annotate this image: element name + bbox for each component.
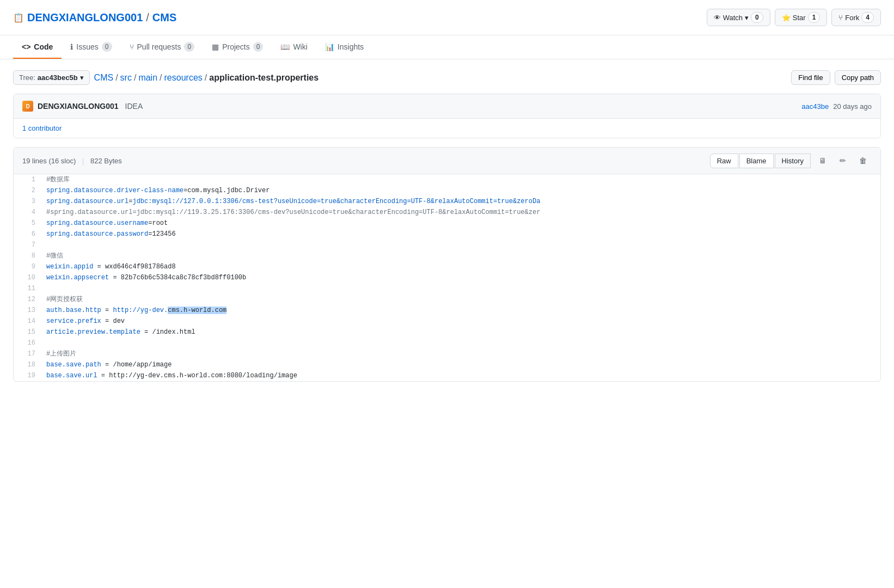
repo-link[interactable]: CMS: [152, 11, 176, 24]
line-code: [42, 338, 880, 348]
projects-badge: 0: [253, 42, 264, 52]
table-row: 14service.prefix = dev: [14, 316, 880, 327]
main-content: Tree: aac43bec5b ▾ CMS / src / main / re…: [0, 59, 894, 393]
repo-title: 📋 DENGXIANGLONG001 / CMS: [13, 11, 176, 24]
breadcrumb-resources[interactable]: resources: [164, 73, 203, 83]
line-code: #数据库: [42, 174, 880, 185]
watch-button[interactable]: 👁 Watch ▾ 0: [707, 9, 770, 26]
issues-icon: ℹ: [70, 42, 73, 51]
line-number: 1: [14, 174, 42, 185]
pr-badge: 0: [184, 42, 194, 52]
commit-message: IDEA: [125, 102, 143, 111]
tab-insights[interactable]: 📊 Insights: [316, 36, 372, 59]
author-name: DENGXIANGLONG001: [38, 102, 119, 111]
line-code: [42, 283, 880, 294]
line-code: spring.datasource.username=root: [42, 218, 880, 229]
line-code: article.preview.template = /index.html: [42, 327, 880, 338]
delete-icon[interactable]: 🗑: [854, 153, 872, 168]
tab-wiki[interactable]: 📖 Wiki: [272, 36, 316, 59]
watch-count: 0: [751, 12, 763, 23]
tab-wiki-label: Wiki: [293, 42, 307, 51]
star-count: 1: [808, 12, 820, 23]
commit-author: D DENGXIANGLONG001 IDEA: [22, 101, 143, 112]
tree-selector[interactable]: Tree: aac43bec5b ▾: [13, 70, 90, 85]
line-code: weixin.appsecret = 82b7c6b6c5384ca8c78cf…: [42, 272, 880, 283]
line-code: base.save.path = /home/app/image: [42, 359, 880, 370]
line-number: 12: [14, 294, 42, 305]
breadcrumb-left: Tree: aac43bec5b ▾ CMS / src / main / re…: [13, 70, 319, 85]
table-row: 2spring.datasource.driver-class-name=com…: [14, 185, 880, 196]
table-row: 16: [14, 338, 880, 348]
line-number: 4: [14, 207, 42, 218]
line-number: 8: [14, 250, 42, 261]
tab-issues-label: Issues: [76, 42, 98, 51]
code-header: 19 lines (16 sloc) | 822 Bytes Raw Blame…: [14, 148, 880, 174]
fork-icon: ⑂: [838, 14, 843, 22]
tab-projects[interactable]: ▦ Projects 0: [203, 35, 272, 59]
breadcrumb-sep-1: /: [115, 73, 118, 83]
tab-code-label: Code: [34, 42, 53, 51]
breadcrumb-cms[interactable]: CMS: [94, 73, 114, 83]
fork-count: 4: [861, 12, 874, 23]
tab-pull-requests[interactable]: ⑂ Pull requests 0: [121, 35, 204, 59]
table-row: 6spring.datasource.password=123456: [14, 229, 880, 240]
breadcrumb-filename: application-test.properties: [209, 73, 319, 83]
tree-dropdown-icon: ▾: [80, 74, 84, 82]
breadcrumb-src[interactable]: src: [120, 73, 132, 83]
star-button[interactable]: ⭐ Star 1: [775, 9, 828, 26]
breadcrumb-sep-4: /: [205, 73, 207, 83]
table-row: 18base.save.path = /home/app/image: [14, 359, 880, 370]
history-button[interactable]: History: [775, 154, 811, 168]
issues-badge: 0: [102, 42, 112, 52]
desktop-icon[interactable]: 🖥: [814, 153, 831, 168]
fork-label: Fork: [845, 14, 859, 22]
table-row: 4#spring.datasource.url=jdbc:mysql://119…: [14, 207, 880, 218]
edit-icon[interactable]: ✏: [835, 153, 851, 168]
breadcrumb-path: CMS / src / main / resources / applicati…: [94, 73, 319, 83]
table-row: 19base.save.url = http://yg-dev.cms.h-wo…: [14, 370, 880, 381]
star-icon: ⭐: [782, 14, 791, 22]
breadcrumb-actions: Find file Copy path: [791, 70, 881, 85]
line-code: service.prefix = dev: [42, 316, 880, 327]
line-number: 10: [14, 272, 42, 283]
line-number: 14: [14, 316, 42, 327]
line-number: 18: [14, 359, 42, 370]
breadcrumb-bar: Tree: aac43bec5b ▾ CMS / src / main / re…: [13, 70, 881, 85]
table-row: 7: [14, 240, 880, 250]
page-header: 📋 DENGXIANGLONG001 / CMS 👁 Watch ▾ 0 ⭐ S…: [0, 0, 894, 35]
fork-button[interactable]: ⑂ Fork 4: [831, 9, 881, 26]
line-code: auth.base.http = http://yg-dev.cms.h-wor…: [42, 305, 880, 316]
table-row: 8#微信: [14, 250, 880, 261]
line-code: weixin.appid = wxd646c4f981786ad8: [42, 261, 880, 272]
contributor-link[interactable]: 1 contributor: [22, 124, 62, 132]
raw-button[interactable]: Raw: [710, 154, 738, 168]
line-code: spring.datasource.password=123456: [42, 229, 880, 240]
line-number: 19: [14, 370, 42, 381]
line-number: 16: [14, 338, 42, 348]
owner-link[interactable]: DENGXIANGLONG001: [27, 11, 143, 24]
contributor-bar: 1 contributor: [14, 119, 880, 138]
tree-hash: aac43bec5b: [38, 74, 78, 82]
separator: /: [146, 11, 149, 24]
table-row: 17#上传图片: [14, 348, 880, 359]
table-row: 3spring.datasource.url=jdbc:mysql://127.…: [14, 196, 880, 207]
tab-projects-label: Projects: [222, 42, 250, 51]
star-label: Star: [793, 14, 806, 22]
find-file-button[interactable]: Find file: [791, 70, 830, 85]
repo-icon: 📋: [13, 13, 24, 23]
eye-icon: 👁: [714, 14, 721, 22]
table-row: 1#数据库: [14, 174, 880, 185]
tab-code[interactable]: <> Code: [13, 36, 62, 59]
commit-sha-link[interactable]: aac43be: [801, 102, 829, 111]
blame-button[interactable]: Blame: [739, 154, 774, 168]
breadcrumb-sep-3: /: [160, 73, 162, 83]
commit-header: D DENGXIANGLONG001 IDEA aac43be 20 days …: [14, 94, 880, 119]
line-code: #spring.datasource.url=jdbc:mysql://119.…: [42, 207, 880, 218]
breadcrumb-main[interactable]: main: [138, 73, 157, 83]
copy-path-button[interactable]: Copy path: [835, 70, 881, 85]
tree-label: Tree:: [19, 74, 35, 82]
line-code: spring.datasource.driver-class-name=com.…: [42, 185, 880, 196]
tab-issues[interactable]: ℹ Issues 0: [62, 35, 120, 59]
table-row: 11: [14, 283, 880, 294]
line-number: 5: [14, 218, 42, 229]
